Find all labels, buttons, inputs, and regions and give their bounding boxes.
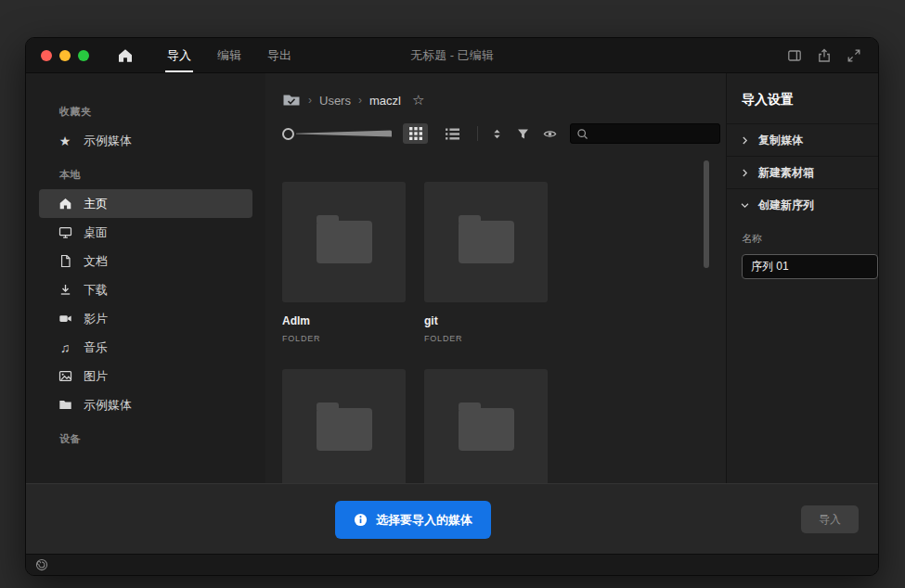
panel-toggle-icon[interactable]: [787, 48, 802, 63]
home-icon: [58, 197, 72, 211]
star-icon: ★: [58, 134, 72, 148]
sequence-name-input[interactable]: [742, 254, 878, 279]
filter-button[interactable]: [516, 127, 530, 141]
sort-button[interactable]: [490, 127, 504, 141]
import-settings-panel: 导入设置 复制媒体 新建素材箱 创建新序列 名称: [726, 73, 878, 483]
sidebar-item-pictures[interactable]: 图片: [39, 362, 252, 390]
tab-import[interactable]: 导入: [154, 38, 204, 72]
slider-knob[interactable]: [282, 128, 294, 140]
list-view-button[interactable]: [440, 123, 465, 144]
folder-name: git: [424, 314, 548, 327]
grid-item-clipped[interactable]: [424, 369, 548, 483]
mode-tabs: 导入 编辑 导出: [154, 38, 304, 72]
folder-thumbnail[interactable]: [424, 182, 548, 302]
info-icon: [354, 513, 368, 527]
sidebar-item-music[interactable]: ♫ 音乐: [39, 333, 252, 362]
folder-icon: [459, 408, 514, 451]
sidebar-item-sample-media-favorite[interactable]: ★ 示例媒体: [39, 126, 252, 155]
chevron-right-icon: [740, 168, 750, 178]
grid-item-git[interactable]: git FOLDER: [424, 182, 548, 343]
sidebar-item-documents[interactable]: 文档: [39, 247, 252, 275]
favorite-star-icon[interactable]: ☆: [412, 92, 424, 109]
slider-track: [296, 130, 392, 138]
creative-cloud-sync-icon[interactable]: [35, 558, 48, 571]
sidebar-item-downloads[interactable]: 下载: [39, 275, 252, 304]
grid-item-mcglobal[interactable]: mcglobal FOLDER: [282, 369, 406, 483]
breadcrumb-separator: ›: [358, 94, 362, 107]
file-browser: › Users › maczl ☆: [265, 73, 726, 483]
traffic-lights: [41, 50, 89, 61]
breadcrumb: › Users › maczl ☆: [265, 73, 726, 109]
folder-grid: Adlm FOLDER git FOLDER mcglobal FOLDER: [282, 182, 698, 483]
chevron-down-icon: [740, 200, 750, 211]
folder-icon: [459, 221, 514, 263]
folder-icon: [317, 408, 372, 451]
folder-name: Adlm: [282, 314, 406, 327]
music-icon: ♫: [58, 340, 72, 355]
thumbnail-zoom-slider[interactable]: [282, 128, 392, 140]
picture-icon: [58, 369, 72, 383]
scrollbar-thumb[interactable]: [704, 160, 709, 268]
search-box[interactable]: [570, 123, 720, 144]
preview-eye-button[interactable]: [542, 127, 558, 141]
breadcrumb-users[interactable]: Users: [319, 94, 351, 108]
status-strip: [26, 554, 878, 575]
close-window-button[interactable]: [41, 50, 52, 61]
sidebar-item-home[interactable]: 主页: [39, 189, 252, 218]
panel-title: 导入设置: [727, 73, 878, 123]
location-folder-icon: [282, 93, 301, 108]
download-icon: [58, 283, 72, 297]
folder-thumbnail[interactable]: [282, 182, 406, 302]
app-window: 导入 编辑 导出 无标题 - 已编辑 收藏夹 ★ 示例媒体 本地: [25, 37, 879, 576]
toolbar-divider: [477, 126, 478, 141]
tab-export[interactable]: 导出: [254, 38, 304, 72]
folder-thumbnail[interactable]: [282, 369, 406, 483]
grid-item-adlm[interactable]: Adlm FOLDER: [282, 182, 406, 343]
home-button[interactable]: [117, 47, 134, 64]
content-toolbar: [265, 121, 726, 146]
search-icon: [576, 128, 588, 140]
titlebar: 导入 编辑 导出 无标题 - 已编辑: [26, 38, 878, 73]
search-input[interactable]: [593, 127, 714, 140]
breadcrumb-current[interactable]: maczl: [369, 94, 401, 108]
folder-thumbnail[interactable]: [424, 369, 548, 483]
sidebar-item-movies[interactable]: 影片: [39, 304, 252, 333]
view-controls: [403, 123, 720, 144]
desktop-background: { "titlebar": { "title": "无标题 - 已编辑", "t…: [0, 0, 905, 588]
tab-edit[interactable]: 编辑: [204, 38, 254, 72]
sidebar: 收藏夹 ★ 示例媒体 本地 主页 桌面: [26, 73, 265, 483]
fullscreen-icon[interactable]: [847, 48, 861, 63]
footer-bar: 选择要导入的媒体 导入: [26, 483, 878, 554]
grid-view-button[interactable]: [403, 123, 428, 144]
titlebar-actions: [787, 48, 861, 63]
home-icon: [117, 47, 134, 64]
folder-icon: [58, 398, 72, 412]
sidebar-item-desktop[interactable]: 桌面: [39, 218, 252, 247]
folder-type-label: FOLDER: [282, 334, 406, 343]
sidebar-section-local: 本地: [59, 168, 265, 182]
setting-copy-media[interactable]: 复制媒体: [727, 123, 878, 156]
film-icon: [58, 312, 72, 326]
desktop-icon: [58, 225, 72, 239]
new-sequence-options: 名称: [727, 221, 878, 279]
document-icon: [58, 254, 72, 268]
import-button[interactable]: 导入: [801, 505, 859, 533]
breadcrumb-separator: ›: [308, 94, 312, 107]
share-icon[interactable]: [817, 48, 832, 63]
folder-type-label: FOLDER: [424, 334, 548, 343]
select-media-hint-button[interactable]: 选择要导入的媒体: [335, 501, 491, 539]
window-body: 收藏夹 ★ 示例媒体 本地 主页 桌面: [26, 73, 878, 483]
folder-icon: [317, 221, 372, 263]
sidebar-section-devices: 设备: [59, 432, 265, 446]
minimize-window-button[interactable]: [59, 50, 71, 61]
chevron-right-icon: [740, 135, 750, 146]
sidebar-item-sample-media[interactable]: 示例媒体: [39, 390, 252, 419]
setting-new-bin[interactable]: 新建素材箱: [727, 156, 878, 188]
sidebar-section-favorites: 收藏夹: [59, 105, 265, 119]
zoom-window-button[interactable]: [78, 50, 89, 61]
setting-new-sequence[interactable]: 创建新序列: [727, 188, 878, 221]
sequence-name-label: 名称: [742, 232, 878, 246]
